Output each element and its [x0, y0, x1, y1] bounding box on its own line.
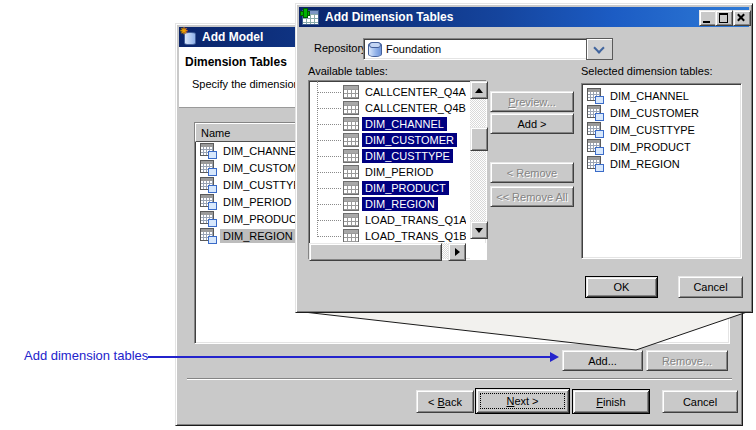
list-item-label: DIM_CUSTTYPE [362, 149, 453, 163]
dimension-table-icon [587, 88, 601, 101]
remove-all-button[interactable]: << Remove All [490, 186, 574, 207]
scrollbar-corner [470, 243, 486, 259]
dialog-titlebar[interactable]: Add Dimension Tables [299, 7, 749, 27]
add-button[interactable]: Add... [562, 350, 643, 371]
list-item-label: LOAD_TRANS_Q1A [362, 213, 466, 227]
scroll-down-button[interactable] [470, 221, 488, 239]
remove-selected-button[interactable]: < Remove [490, 162, 574, 183]
cancel-button-wizard[interactable]: Cancel [662, 390, 738, 413]
list-item-label: DIM_PRODUCT [362, 181, 449, 195]
add-dimension-tables-dialog: Add Dimension Tables Repository: Foundat… [295, 3, 753, 313]
horizontal-scrollbar[interactable] [309, 243, 466, 259]
remove-button-label: Remove... [662, 355, 712, 367]
back-button[interactable]: < Back [416, 390, 474, 413]
add-model-window-icon [182, 30, 195, 44]
cancel-button-label: Cancel [693, 281, 727, 293]
list-item-label: DIM_PERIOD [362, 165, 436, 179]
wizard-heading: Dimension Tables [185, 55, 287, 69]
list-item[interactable]: LOAD_TRANS_Q1B [309, 228, 466, 242]
table-icon [343, 149, 359, 163]
annotation-line [148, 356, 550, 358]
dimension-table-icon [200, 160, 214, 173]
dimension-table-icon [200, 194, 214, 207]
chevron-down-icon [593, 42, 604, 53]
add-selected-button[interactable]: Add > [490, 113, 574, 134]
table-icon [343, 213, 359, 227]
scroll-up-button[interactable] [470, 81, 488, 99]
next-button[interactable]: Next > [475, 388, 570, 414]
list-item-label: DIM_REGION [607, 157, 683, 171]
list-item[interactable]: CALLCENTER_Q4B [309, 100, 466, 116]
selected-tables-list[interactable]: DIM_CHANNEL DIM_CUSTOMER DIM_CUSTTYPE DI… [581, 83, 742, 259]
list-item[interactable]: DIM_CUSTTYPE [309, 148, 466, 164]
list-item[interactable]: DIM_CUSTOMER [582, 104, 741, 121]
list-item-label: DIM_REGION [362, 197, 438, 211]
dimension-table-icon [200, 228, 214, 241]
dimension-table-icon [587, 122, 601, 135]
table-icon [343, 229, 359, 242]
vertical-scrollbar[interactable] [470, 81, 486, 239]
horizontal-scroll-thumb[interactable] [309, 243, 442, 261]
arrow-right-icon [455, 248, 460, 256]
wizard-subheading: Specify the dimension [192, 78, 300, 90]
list-item[interactable]: DIM_PRODUCT [309, 180, 466, 196]
list-item[interactable]: DIM_CUSTTYPE [582, 121, 741, 138]
list-item[interactable]: DIM_CHANNEL [582, 87, 741, 104]
list-item[interactable]: DIM_PERIOD [309, 164, 466, 180]
dimension-table-icon [200, 143, 214, 156]
table-icon [343, 133, 359, 147]
list-item-label: CALLCENTER_Q4A [362, 85, 466, 99]
wizard-divider [187, 378, 732, 380]
repository-dropdown-button[interactable] [586, 38, 613, 60]
list-item[interactable]: CALLCENTER_Q4A [309, 84, 466, 100]
table-icon [343, 101, 359, 115]
cancel-button-dialog[interactable]: Cancel [678, 276, 743, 298]
annotation-arrowhead-icon [550, 352, 559, 362]
remove-selected-label: < Remove [507, 167, 557, 179]
finish-button[interactable]: Finish [572, 389, 650, 414]
list-item[interactable]: DIM_REGION [309, 196, 466, 212]
table-icon [343, 181, 359, 195]
list-item-label: DIM_CUSTTYPE [607, 123, 698, 137]
table-icon [343, 117, 359, 131]
arrow-down-icon [475, 228, 483, 233]
list-item[interactable]: DIM_PRODUCT [582, 138, 741, 155]
annotation-label: Add dimension tables [24, 348, 148, 363]
remove-all-label: << Remove All [496, 191, 568, 203]
list-item[interactable]: DIM_CUSTOMER [309, 132, 466, 148]
dimension-table-icon [587, 139, 601, 152]
vertical-scroll-thumb[interactable] [470, 127, 488, 151]
available-tables-label: Available tables: [308, 65, 388, 77]
available-tables-list[interactable]: CALLCENTER_Q4A CALLCENTER_Q4B DIM_CHANNE… [308, 80, 487, 260]
dimension-table-icon [200, 177, 214, 190]
list-item-label: DIM_CUSTOMER [362, 133, 457, 147]
add-table-window-icon [302, 10, 319, 25]
list-item-label: DIM_CHANNEL [220, 144, 305, 158]
list-item-label: CALLCENTER_Q4B [362, 101, 466, 115]
repository-combobox[interactable]: Foundation [363, 38, 588, 60]
database-icon [368, 42, 382, 57]
list-item-label: DIM_PERIOD [220, 195, 294, 209]
arrow-up-icon [475, 88, 483, 93]
list-item[interactable]: DIM_REGION [582, 155, 741, 172]
dimension-table-icon [587, 156, 601, 169]
ok-button[interactable]: OK [585, 276, 658, 298]
cancel-button-label: Cancel [683, 396, 717, 408]
list-item-label: DIM_CHANNEL [362, 117, 447, 131]
list-item[interactable]: DIM_CHANNEL [309, 116, 466, 132]
maximize-button[interactable] [715, 10, 733, 26]
list-item-label: DIM_CHANNEL [607, 89, 692, 103]
table-icon [343, 165, 359, 179]
scroll-right-button[interactable] [448, 243, 466, 261]
repository-value: Foundation [386, 43, 441, 55]
close-button[interactable] [733, 10, 751, 26]
wizard-title: Add Model [202, 30, 263, 44]
preview-button[interactable]: Preview... [490, 91, 574, 112]
add-selected-label: Add > [517, 118, 546, 130]
remove-button[interactable]: Remove... [646, 350, 728, 371]
repository-label: Repository: [314, 42, 370, 54]
dialog-title: Add Dimension Tables [325, 10, 453, 24]
table-icon [343, 85, 359, 99]
list-item[interactable]: LOAD_TRANS_Q1A [309, 212, 466, 228]
dimension-table-icon [200, 211, 214, 224]
